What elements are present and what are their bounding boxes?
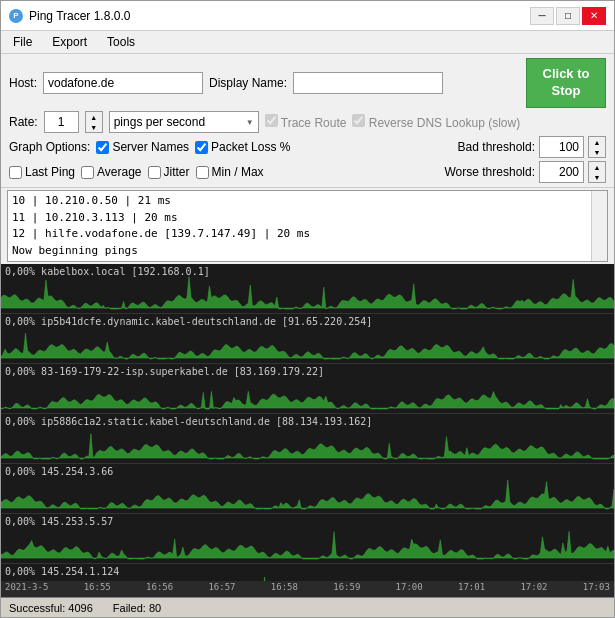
main-window: P Ping Tracer 1.8.0.0 ─ □ ✕ File Export … bbox=[0, 0, 615, 618]
chart-row: 0,00% ip5b41dcfe.dynamic.kabel-deutschla… bbox=[1, 314, 614, 364]
min-max-group: Min / Max bbox=[196, 165, 264, 179]
time-label: 17:00 bbox=[396, 582, 423, 596]
bad-threshold-label: Bad threshold: bbox=[458, 140, 535, 154]
min-max-label: Min / Max bbox=[212, 165, 264, 179]
failed-value: 80 bbox=[149, 602, 161, 614]
toolbar-row-2: Rate: ▲ ▼ pings per second ▼ Trace Route… bbox=[9, 111, 606, 133]
time-label: 17:01 bbox=[458, 582, 485, 596]
last-ping-group: Last Ping bbox=[9, 165, 75, 179]
toolbar-row-4: Last Ping Average Jitter Min / Max Worse… bbox=[9, 161, 606, 183]
worse-threshold-input[interactable] bbox=[539, 161, 584, 183]
status-bar: Successful: 4096 Failed: 80 bbox=[1, 597, 614, 617]
chart-label: 0,00% 145.254.1.124 bbox=[5, 566, 119, 577]
bad-down-button[interactable]: ▼ bbox=[589, 147, 605, 157]
bad-threshold-group: Bad threshold: ▲ ▼ bbox=[458, 136, 606, 158]
rate-down-button[interactable]: ▼ bbox=[86, 122, 102, 132]
log-scrollbar[interactable] bbox=[591, 191, 607, 261]
failed-status: Failed: 80 bbox=[113, 602, 161, 614]
last-ping-checkbox[interactable] bbox=[9, 166, 22, 179]
worse-threshold-spinner: ▲ ▼ bbox=[588, 161, 606, 183]
menu-bar: File Export Tools bbox=[1, 31, 614, 54]
server-names-label: Server Names bbox=[112, 140, 189, 154]
select-arrow-icon: ▼ bbox=[246, 118, 254, 127]
title-buttons: ─ □ ✕ bbox=[530, 7, 606, 25]
time-label: 16:59 bbox=[333, 582, 360, 596]
successful-status: Successful: 4096 bbox=[9, 602, 93, 614]
chart-label: 0,00% ip5886c1a2.static.kabel-deutschlan… bbox=[5, 416, 372, 427]
chart-label: 0,00% ip5b41dcfe.dynamic.kabel-deutschla… bbox=[5, 316, 372, 327]
min-max-checkbox[interactable] bbox=[196, 166, 209, 179]
time-label: 17:03 bbox=[583, 582, 610, 596]
packet-loss-label: Packet Loss % bbox=[211, 140, 290, 154]
rate-label: Rate: bbox=[9, 115, 38, 129]
menu-file[interactable]: File bbox=[5, 33, 40, 51]
average-label: Average bbox=[97, 165, 141, 179]
time-label: 16:56 bbox=[146, 582, 173, 596]
time-label: 16:55 bbox=[84, 582, 111, 596]
time-axis: 2021-3-516:5516:5616:5716:5816:5917:0017… bbox=[1, 581, 614, 597]
server-names-group: Server Names bbox=[96, 140, 189, 154]
pings-per-second-select[interactable]: pings per second ▼ bbox=[109, 111, 259, 133]
chart-row: 0,00% 145.254.3.66 bbox=[1, 464, 614, 514]
chart-row: 0,00% 145.253.5.57 bbox=[1, 514, 614, 564]
window-title: Ping Tracer 1.8.0.0 bbox=[29, 9, 130, 23]
log-line: Now beginning pings bbox=[12, 243, 587, 260]
pings-per-second-label: pings per second bbox=[114, 115, 205, 129]
last-ping-label: Last Ping bbox=[25, 165, 75, 179]
host-input[interactable] bbox=[43, 72, 203, 94]
time-label: 2021-3-5 bbox=[5, 582, 48, 596]
reverse-dns-checkbox[interactable] bbox=[352, 114, 365, 127]
trace-route-checkbox[interactable] bbox=[265, 114, 278, 127]
trace-route-checkbox-label: Trace Route bbox=[265, 114, 347, 130]
average-checkbox[interactable] bbox=[81, 166, 94, 179]
successful-label: Successful: bbox=[9, 602, 65, 614]
title-bar: P Ping Tracer 1.8.0.0 ─ □ ✕ bbox=[1, 1, 614, 31]
server-names-checkbox[interactable] bbox=[96, 141, 109, 154]
toolbar-row-1: Host: Display Name: Click toStop bbox=[9, 58, 606, 108]
chart-label: 0,00% 83-169-179-22-isp.superkabel.de [8… bbox=[5, 366, 324, 377]
rate-input[interactable] bbox=[44, 111, 79, 133]
host-label: Host: bbox=[9, 76, 37, 90]
display-name-input[interactable] bbox=[293, 72, 443, 94]
maximize-button[interactable]: □ bbox=[556, 7, 580, 25]
successful-value: 4096 bbox=[68, 602, 92, 614]
bad-threshold-spinner: ▲ ▼ bbox=[588, 136, 606, 158]
chart-label: 0,00% kabelbox.local [192.168.0.1] bbox=[5, 266, 210, 277]
log-line: 12 | hilfe.vodafone.de [139.7.147.49] | … bbox=[12, 226, 587, 243]
toolbar: Host: Display Name: Click toStop Rate: ▲… bbox=[1, 54, 614, 188]
menu-export[interactable]: Export bbox=[44, 33, 95, 51]
graph-options-label: Graph Options: bbox=[9, 140, 90, 154]
chart-row: 0,00% 83-169-179-22-isp.superkabel.de [8… bbox=[1, 364, 614, 414]
bad-up-button[interactable]: ▲ bbox=[589, 137, 605, 147]
chart-row: 0,00% 145.254.1.124 bbox=[1, 564, 614, 581]
stop-button[interactable]: Click toStop bbox=[526, 58, 606, 108]
average-group: Average bbox=[81, 165, 141, 179]
bad-threshold-input[interactable] bbox=[539, 136, 584, 158]
reverse-dns-checkbox-label: Reverse DNS Lookup (slow) bbox=[352, 114, 520, 130]
jitter-label: Jitter bbox=[164, 165, 190, 179]
chart-label: 0,00% 145.253.5.57 bbox=[5, 516, 113, 527]
jitter-checkbox[interactable] bbox=[148, 166, 161, 179]
log-line: 11 | 10.210.3.113 | 20 ms bbox=[12, 210, 587, 227]
menu-tools[interactable]: Tools bbox=[99, 33, 143, 51]
packet-loss-group: Packet Loss % bbox=[195, 140, 290, 154]
time-label: 16:58 bbox=[271, 582, 298, 596]
log-area[interactable]: 10 | 10.210.0.50 | 21 ms 11 | 10.210.3.1… bbox=[8, 191, 591, 261]
time-label: 17:02 bbox=[520, 582, 547, 596]
minimize-button[interactable]: ─ bbox=[530, 7, 554, 25]
chart-row: 0,00% ip5886c1a2.static.kabel-deutschlan… bbox=[1, 414, 614, 464]
rate-up-button[interactable]: ▲ bbox=[86, 112, 102, 122]
title-bar-left: P Ping Tracer 1.8.0.0 bbox=[9, 9, 130, 23]
charts-area: 0,00% kabelbox.local [192.168.0.1]0,00% … bbox=[1, 264, 614, 581]
close-button[interactable]: ✕ bbox=[582, 7, 606, 25]
time-label: 16:57 bbox=[208, 582, 235, 596]
jitter-group: Jitter bbox=[148, 165, 190, 179]
chart-label: 0,00% 145.254.3.66 bbox=[5, 466, 113, 477]
failed-label: Failed: bbox=[113, 602, 146, 614]
worse-down-button[interactable]: ▼ bbox=[589, 172, 605, 182]
worse-threshold-group: Worse threshold: ▲ ▼ bbox=[445, 161, 607, 183]
worse-up-button[interactable]: ▲ bbox=[589, 162, 605, 172]
packet-loss-checkbox[interactable] bbox=[195, 141, 208, 154]
log-line: 10 | 10.210.0.50 | 21 ms bbox=[12, 193, 587, 210]
chart-row: 0,00% kabelbox.local [192.168.0.1] bbox=[1, 264, 614, 314]
